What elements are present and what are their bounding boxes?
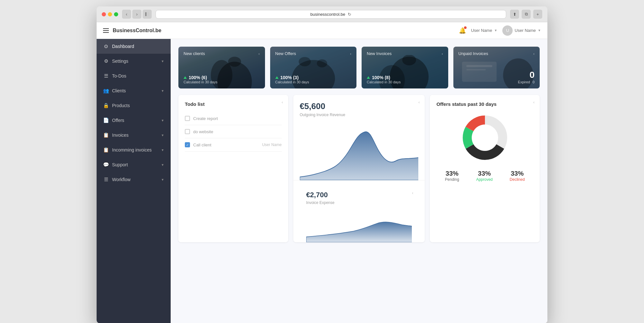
sidebar-item-dashboard[interactable]: ⊙ Dashboard — [97, 39, 171, 54]
card-value-2: 100% (3) — [275, 75, 352, 80]
sidebar-label-products: Products — [112, 103, 164, 108]
approved-pct: 33% — [476, 170, 493, 177]
incoming-icon: 📋 — [103, 147, 109, 153]
todo-item-1: Create report — [185, 112, 282, 125]
todo-panel-chevron[interactable]: ‹ — [282, 100, 283, 105]
share-button[interactable]: ⬆ — [510, 10, 519, 19]
card-chevron-3: ‹ — [442, 52, 443, 56]
address-bar[interactable]: businesscontrol.be ↻ — [156, 10, 506, 19]
sidebar-item-settings[interactable]: ⚙ Settings ▼ — [97, 54, 171, 69]
expense-chart — [306, 210, 412, 242]
offer-stat-declined: 33% Declined — [510, 170, 525, 182]
card-chevron-2: ‹ — [350, 52, 351, 56]
expense-section: ‹ €2,700 Invoice Expense — [300, 186, 419, 242]
sidebar-label-support: Support — [112, 162, 158, 167]
card-title-1: New clients — [184, 51, 205, 56]
forward-button[interactable]: › — [132, 10, 141, 19]
close-dot[interactable] — [102, 12, 106, 16]
support-icon: 💬 — [103, 162, 109, 168]
revenue-label: Outgoing Invoice Revenue — [300, 113, 419, 117]
card-title-4: Unpaid Invoices — [459, 51, 488, 56]
sidebar-toggle-button[interactable] — [143, 10, 152, 19]
main-content: New clients ‹ 100% (6) Calculated in 30 … — [171, 39, 547, 323]
stat-cards-row: New clients ‹ 100% (6) Calculated in 30 … — [178, 47, 540, 88]
topbar-right: 🔔 User Name ▼ U User Name ▼ — [459, 25, 541, 36]
browser-window: ‹ › businesscontrol.be ↻ ⬆ ⧉ + — [97, 6, 547, 323]
sidebar-item-clients[interactable]: 👥 Clients ▼ — [97, 83, 171, 98]
maximize-dot[interactable] — [114, 12, 118, 16]
offer-stat-approved: 33% Approved — [476, 170, 493, 182]
trend-up-icon-2 — [275, 76, 279, 79]
chevron-down-icon-2: ▼ — [538, 29, 541, 32]
sidebar-item-products[interactable]: 🔒 Products — [97, 98, 171, 113]
todo-checkbox-1[interactable] — [185, 116, 190, 121]
revenue-chart — [300, 122, 419, 180]
invoices-arrow-icon: ▼ — [161, 134, 164, 137]
revenue-panel: ‹ €5,600 Outgoing Invoice Revenue — [293, 95, 425, 242]
sidebar-label-clients: Clients — [112, 88, 158, 93]
todo-checkbox-3[interactable] — [185, 142, 190, 147]
sidebar-item-offers[interactable]: 📄 Offers ▼ — [97, 113, 171, 128]
stat-card-new-clients[interactable]: New clients ‹ 100% (6) Calculated in 30 … — [178, 47, 265, 88]
app-body: ⊙ Dashboard ⚙ Settings ▼ ☰ To-Dos 👥 Clie… — [97, 39, 547, 323]
user-avatar: U — [502, 25, 513, 36]
sidebar-label-todos: To-Dos — [112, 73, 164, 78]
todo-panel-title: Todo list — [185, 101, 282, 107]
reload-icon[interactable]: ↻ — [348, 12, 351, 17]
url-text: businesscontrol.be — [310, 12, 345, 17]
add-tab-button[interactable]: ⧉ — [522, 10, 531, 19]
offers-icon: 📄 — [103, 117, 109, 123]
topbar: BusinessControl.be 🔔 User Name ▼ U User … — [97, 22, 547, 39]
browser-nav: ‹ › — [122, 10, 152, 19]
card-title-2: New Offers — [275, 51, 296, 56]
revenue-amount: €5,600 — [300, 101, 419, 111]
offers-panel-chevron[interactable]: ‹ — [533, 100, 535, 105]
sidebar-label-offers: Offers — [112, 118, 158, 123]
revenue-panel-chevron[interactable]: ‹ — [418, 100, 420, 105]
sidebar-item-support[interactable]: 💬 Support ▼ — [97, 157, 171, 172]
sidebar-item-incoming[interactable]: 📋 Incomming invoices ▼ — [97, 143, 171, 157]
sidebar: ⊙ Dashboard ⚙ Settings ▼ ☰ To-Dos 👥 Clie… — [97, 39, 171, 323]
card-expired-label: Expired — [518, 80, 530, 84]
stat-card-new-invoices[interactable]: New Invoices ‹ 100% (8) Calculated in 30… — [362, 47, 448, 88]
app-container: BusinessControl.be 🔔 User Name ▼ U User … — [97, 22, 547, 323]
card-value-1: 100% (6) — [184, 75, 260, 80]
user-info-1[interactable]: User Name ▼ — [471, 28, 497, 33]
workflow-icon: ☰ — [103, 177, 109, 182]
products-icon: 🔒 — [103, 103, 109, 108]
trend-up-icon-3 — [367, 76, 370, 79]
settings-arrow-icon: ▼ — [161, 60, 164, 63]
back-button[interactable]: ‹ — [122, 10, 131, 19]
workflow-arrow-icon: ▼ — [161, 178, 164, 181]
sidebar-item-workflow[interactable]: ☰ Workflow ▼ — [97, 172, 171, 187]
user-name-1: User Name — [471, 28, 492, 33]
stat-card-unpaid[interactable]: Unpaid Invoices ‹ 0 Expired 0 — [453, 47, 540, 88]
card-count-4: 0 — [518, 70, 535, 80]
settings-icon: ⚙ — [103, 58, 109, 64]
todo-checkbox-2[interactable] — [185, 129, 190, 134]
user-info-2[interactable]: U User Name ▼ — [502, 25, 541, 36]
card-expired-count: 0 — [533, 80, 535, 84]
stat-card-new-offers[interactable]: New Offers ‹ 100% (3) Calculated in 30 d… — [270, 47, 357, 88]
card-chevron-1: ‹ — [259, 52, 260, 56]
minimize-dot[interactable] — [108, 12, 112, 16]
card-overlay-1: New clients ‹ 100% (6) Calculated in 30 … — [178, 47, 265, 88]
todos-icon: ☰ — [103, 73, 109, 79]
approved-label: Approved — [476, 177, 493, 182]
hamburger-menu[interactable] — [103, 28, 109, 33]
notification-bell[interactable]: 🔔 — [459, 27, 466, 34]
declined-pct: 33% — [510, 170, 525, 177]
new-tab-button[interactable]: + — [533, 10, 542, 19]
expense-chevron[interactable]: ‹ — [412, 191, 413, 195]
pending-label: Pending — [445, 177, 459, 182]
sidebar-label-settings: Settings — [112, 59, 158, 64]
declined-label: Declined — [510, 177, 525, 182]
sidebar-item-invoices[interactable]: 📋 Invoices ▼ — [97, 128, 171, 143]
card-overlay-2: New Offers ‹ 100% (3) Calculated in 30 d… — [270, 47, 357, 88]
sidebar-item-todos[interactable]: ☰ To-Dos — [97, 69, 171, 83]
browser-dots — [102, 12, 118, 16]
card-overlay-3: New Invoices ‹ 100% (8) Calculated in 30… — [362, 47, 448, 88]
card-chevron-4: ‹ — [533, 52, 535, 56]
trend-up-icon-1 — [184, 76, 187, 79]
browser-actions: ⬆ ⧉ + — [510, 10, 542, 19]
